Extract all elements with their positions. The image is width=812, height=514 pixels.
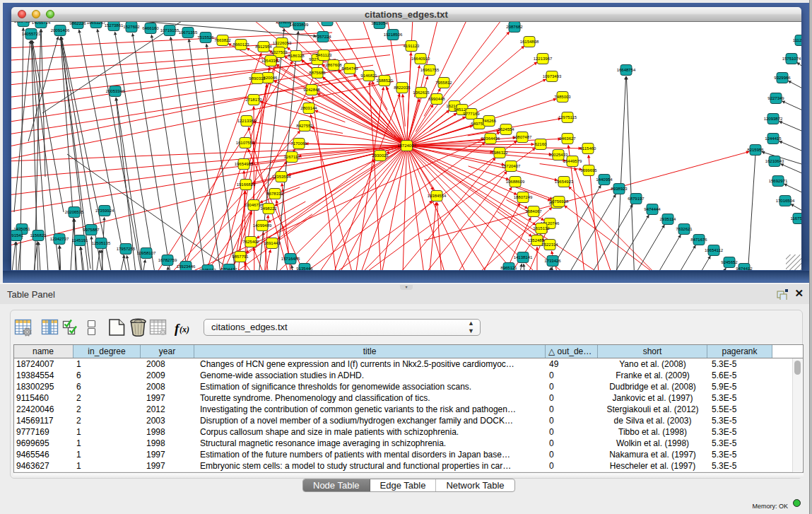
svg-text:10654112: 10654112 xyxy=(705,248,724,252)
svg-text:9329966: 9329966 xyxy=(774,76,791,80)
svg-text:8678331: 8678331 xyxy=(266,192,283,196)
svg-text:16210643: 16210643 xyxy=(765,159,784,163)
svg-text:8965121: 8965121 xyxy=(500,266,517,270)
svg-text:9777169: 9777169 xyxy=(463,112,480,116)
svg-text:20206535: 20206535 xyxy=(65,210,84,214)
svg-text:12975115: 12975115 xyxy=(558,115,577,119)
svg-text:7663822: 7663822 xyxy=(214,38,231,42)
svg-text:20091406: 20091406 xyxy=(51,28,70,33)
svg-text:2522314: 2522314 xyxy=(541,243,558,247)
svg-text:19654923: 19654923 xyxy=(555,180,574,184)
svg-text:10688609: 10688609 xyxy=(506,180,525,184)
svg-text:1527602: 1527602 xyxy=(123,25,140,29)
svg-text:(x): (x) xyxy=(180,325,189,334)
svg-text:3498222: 3498222 xyxy=(260,206,277,211)
svg-text:8660123: 8660123 xyxy=(233,42,249,47)
svg-text:15751074: 15751074 xyxy=(782,57,801,61)
svg-text:1244415: 1244415 xyxy=(765,136,782,141)
svg-text:7485003: 7485003 xyxy=(554,95,571,99)
svg-text:7986322: 7986322 xyxy=(491,151,508,155)
svg-text:9975887: 9975887 xyxy=(83,228,100,232)
svg-text:1145191: 1145191 xyxy=(72,238,89,243)
svg-text:1112843: 1112843 xyxy=(793,38,801,42)
svg-text:14138141: 14138141 xyxy=(514,255,533,259)
svg-text:2935114: 2935114 xyxy=(660,217,677,221)
svg-text:14055724: 14055724 xyxy=(32,22,51,25)
svg-text:16961755: 16961755 xyxy=(420,68,440,72)
svg-text:8427552: 8427552 xyxy=(296,124,313,128)
svg-text:8704412: 8704412 xyxy=(220,267,237,270)
svg-text:9245652: 9245652 xyxy=(721,260,738,264)
svg-text:12093872: 12093872 xyxy=(764,117,783,121)
svg-text:5461123: 5461123 xyxy=(316,53,333,57)
svg-text:3684067: 3684067 xyxy=(525,209,542,214)
svg-text:10958107: 10958107 xyxy=(137,251,156,255)
svg-text:12505135: 12505135 xyxy=(92,241,111,245)
svg-text:9135446: 9135446 xyxy=(296,267,313,270)
svg-text:2930023: 2930023 xyxy=(372,153,389,158)
svg-text:3267110: 3267110 xyxy=(284,155,301,159)
svg-text:4191123: 4191123 xyxy=(404,44,420,48)
svg-text:8938923: 8938923 xyxy=(611,187,628,191)
svg-text:10543362: 10543362 xyxy=(261,59,281,63)
svg-text:8133044: 8133044 xyxy=(319,22,336,23)
svg-text:9327503: 9327503 xyxy=(271,50,288,54)
svg-text:19384554: 19384554 xyxy=(428,194,447,198)
svg-text:7170061: 7170061 xyxy=(290,141,307,146)
svg-text:7955812: 7955812 xyxy=(435,81,452,85)
svg-text:15720407: 15720407 xyxy=(502,164,521,168)
svg-text:2867608: 2867608 xyxy=(325,63,342,67)
svg-text:8454749: 8454749 xyxy=(341,66,358,71)
svg-text:6879197: 6879197 xyxy=(628,197,645,201)
svg-text:16984334: 16984334 xyxy=(14,22,33,23)
svg-text:10807487: 10807487 xyxy=(513,135,532,139)
svg-text:6990448: 6990448 xyxy=(428,97,445,101)
svg-text:19218506: 19218506 xyxy=(384,33,403,37)
svg-text:7632621: 7632621 xyxy=(676,227,693,231)
svg-text:9857791: 9857791 xyxy=(232,255,249,259)
svg-text:12342737: 12342737 xyxy=(50,237,69,241)
svg-text:19166829: 19166829 xyxy=(237,182,256,187)
svg-text:16154808: 16154808 xyxy=(520,40,539,44)
svg-text:17359924: 17359924 xyxy=(95,209,114,213)
svg-text:1167531: 1167531 xyxy=(791,216,801,221)
svg-text:9463627: 9463627 xyxy=(559,136,576,141)
svg-text:9115460: 9115460 xyxy=(580,146,597,151)
svg-text:16640910: 16640910 xyxy=(411,57,430,61)
svg-text:6466160: 6466160 xyxy=(142,26,159,30)
svg-text:16449579: 16449579 xyxy=(563,159,582,163)
svg-text:16033809: 16033809 xyxy=(290,23,309,27)
svg-text:9146821: 9146821 xyxy=(360,74,377,78)
svg-text:1362615: 1362615 xyxy=(413,90,430,95)
svg-text:17016504: 17016504 xyxy=(776,199,795,203)
svg-text:7357224: 7357224 xyxy=(314,35,331,39)
svg-text:2718170: 2718170 xyxy=(245,98,262,102)
svg-text:17957255: 17957255 xyxy=(117,247,136,251)
svg-text:1733426: 1733426 xyxy=(544,259,561,263)
svg-text:391541: 391541 xyxy=(11,233,24,238)
svg-text:8215955: 8215955 xyxy=(747,148,764,152)
svg-text:15923446: 15923446 xyxy=(177,264,196,269)
svg-text:2087682: 2087682 xyxy=(506,25,523,29)
svg-text:13226053: 13226053 xyxy=(273,41,292,45)
svg-text:9862226: 9862226 xyxy=(69,22,86,25)
svg-text:12213967: 12213967 xyxy=(534,57,553,61)
svg-text:15692971: 15692971 xyxy=(769,179,788,183)
svg-text:20364436: 20364436 xyxy=(481,136,500,141)
svg-text:8912954: 8912954 xyxy=(255,45,272,49)
svg-text:19654985: 19654985 xyxy=(235,162,254,166)
svg-text:1440954: 1440954 xyxy=(596,177,613,182)
svg-text:746266: 746266 xyxy=(482,119,497,123)
svg-text:9242848: 9242848 xyxy=(303,88,320,92)
svg-text:10756928: 10756928 xyxy=(550,199,569,204)
svg-text:10719155: 10719155 xyxy=(160,28,180,33)
svg-text:9474444: 9474444 xyxy=(644,207,661,211)
svg-text:15716485: 15716485 xyxy=(281,257,300,261)
svg-text:3624554: 3624554 xyxy=(498,127,514,132)
svg-text:20053346: 20053346 xyxy=(106,89,125,93)
svg-text:9227349: 9227349 xyxy=(767,96,784,100)
svg-text:14099489: 14099489 xyxy=(253,223,272,228)
svg-text:9245012: 9245012 xyxy=(199,268,216,270)
svg-text:16107553: 16107553 xyxy=(236,141,255,145)
svg-text:10671355: 10671355 xyxy=(179,30,198,35)
